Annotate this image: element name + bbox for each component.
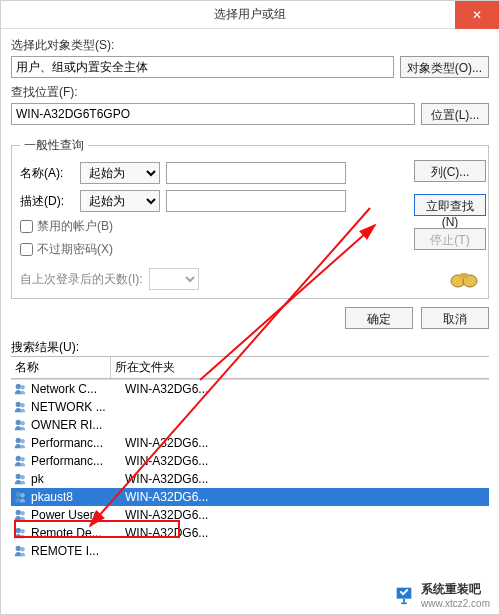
ok-button[interactable]: 确定: [345, 307, 413, 329]
svg-point-11: [16, 456, 21, 461]
column-name-header[interactable]: 名称: [11, 357, 111, 378]
user-group-icon: [13, 472, 27, 486]
result-row[interactable]: NETWORK ...: [11, 398, 489, 416]
no-expire-checkbox[interactable]: 不过期密码(X): [20, 241, 480, 258]
user-group-icon: [13, 418, 27, 432]
svg-point-17: [16, 510, 21, 515]
result-row[interactable]: Performanc...WIN-A32DG6...: [11, 434, 489, 452]
row-name: Network C...: [31, 382, 125, 396]
svg-point-12: [20, 457, 24, 461]
cancel-button[interactable]: 取消: [421, 307, 489, 329]
last-logon-select[interactable]: [149, 268, 199, 290]
close-button[interactable]: ✕: [455, 1, 499, 29]
svg-point-13: [16, 474, 21, 479]
row-folder: WIN-A32DG6...: [125, 436, 487, 450]
row-name: pk: [31, 472, 125, 486]
results-header: 名称 所在文件夹: [11, 356, 489, 379]
name-filter-label: 名称(A):: [20, 165, 74, 182]
query-buttons-column: 列(C)... 立即查找(N) 停止(T): [414, 160, 486, 250]
result-row[interactable]: pkWIN-A32DG6...: [11, 470, 489, 488]
columns-button[interactable]: 列(C)...: [414, 160, 486, 182]
binoculars-icon: [448, 269, 480, 289]
annotation-red-box: [14, 520, 180, 538]
row-name: REMOTE I...: [31, 544, 125, 557]
location-button[interactable]: 位置(L)...: [421, 103, 489, 125]
disabled-accounts-input[interactable]: [20, 220, 33, 233]
svg-point-15: [16, 492, 21, 497]
result-row[interactable]: Performanc...WIN-A32DG6...: [11, 452, 489, 470]
location-input[interactable]: [11, 103, 415, 125]
user-group-icon: [13, 544, 27, 557]
row-name: Performanc...: [31, 454, 125, 468]
watermark-icon: [393, 584, 415, 606]
svg-point-3: [16, 384, 21, 389]
disabled-accounts-checkbox[interactable]: 禁用的帐户(B): [20, 218, 480, 235]
object-type-label: 选择此对象类型(S):: [11, 37, 489, 54]
watermark: 系统重装吧 www.xtcz2.com: [393, 581, 490, 609]
column-folder-header[interactable]: 所在文件夹: [111, 357, 489, 378]
user-group-icon: [13, 382, 27, 396]
svg-point-22: [20, 547, 24, 551]
results-label: 搜索结果(U):: [11, 339, 489, 356]
user-group-icon: [13, 454, 27, 468]
user-group-icon: [13, 490, 27, 504]
row-folder: WIN-A32DG6...: [125, 454, 487, 468]
row-name: Performanc...: [31, 436, 125, 450]
row-folder: WIN-A32DG6...: [125, 490, 487, 504]
svg-point-16: [20, 493, 24, 497]
object-type-input[interactable]: [11, 56, 394, 78]
object-types-button[interactable]: 对象类型(O)...: [400, 56, 489, 78]
svg-point-18: [20, 511, 24, 515]
row-name: NETWORK ...: [31, 400, 125, 414]
svg-point-5: [16, 402, 21, 407]
window-title: 选择用户或组: [214, 6, 286, 23]
result-row[interactable]: Network C...WIN-A32DG6...: [11, 380, 489, 398]
row-name: OWNER RI...: [31, 418, 125, 432]
svg-point-6: [20, 403, 24, 407]
name-filter-mode[interactable]: 起始为: [80, 162, 160, 184]
no-expire-input[interactable]: [20, 243, 33, 256]
result-row[interactable]: OWNER RI...: [11, 416, 489, 434]
svg-point-9: [16, 438, 21, 443]
row-name: pkaust8: [31, 490, 125, 504]
svg-point-14: [20, 475, 24, 479]
svg-point-7: [16, 420, 21, 425]
find-now-button[interactable]: 立即查找(N): [414, 194, 486, 216]
watermark-text: 系统重装吧: [421, 581, 490, 598]
svg-point-21: [16, 546, 21, 551]
svg-rect-2: [460, 273, 468, 279]
user-group-icon: [13, 436, 27, 450]
svg-point-10: [20, 439, 24, 443]
location-label: 查找位置(F):: [11, 84, 489, 101]
user-group-icon: [13, 400, 27, 414]
desc-filter-mode[interactable]: 起始为: [80, 190, 160, 212]
row-folder: WIN-A32DG6...: [125, 472, 487, 486]
stop-button[interactable]: 停止(T): [414, 228, 486, 250]
result-row[interactable]: REMOTE I...: [11, 542, 489, 557]
result-row[interactable]: pkaust8WIN-A32DG6...: [11, 488, 489, 506]
desc-filter-input[interactable]: [166, 190, 346, 212]
desc-filter-label: 描述(D):: [20, 193, 74, 210]
watermark-url: www.xtcz2.com: [421, 598, 490, 609]
close-icon: ✕: [472, 8, 482, 22]
row-folder: WIN-A32DG6...: [125, 382, 487, 396]
svg-point-8: [20, 421, 24, 425]
name-filter-input[interactable]: [166, 162, 346, 184]
title-bar: 选择用户或组 ✕: [1, 1, 499, 29]
svg-point-4: [20, 385, 24, 389]
last-logon-label: 自上次登录后的天数(I):: [20, 271, 143, 288]
common-queries-legend: 一般性查询: [20, 137, 88, 154]
